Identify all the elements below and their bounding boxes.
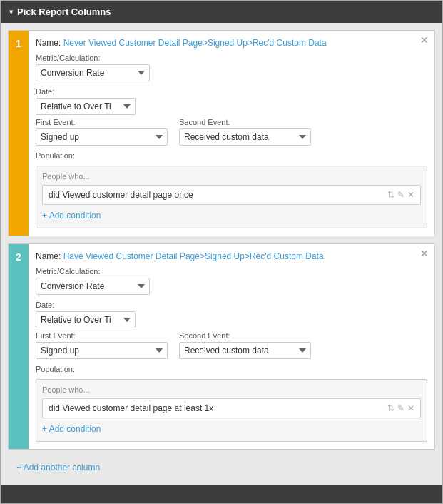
card-2-first-event-label: First Event:	[36, 331, 168, 340]
card-2-name-link[interactable]: Have Viewed Customer Detail Page>Signed …	[63, 251, 324, 261]
card-2-condition-actions: ⇅ ✎ ✕	[387, 403, 414, 413]
card-1-sidebar: 1	[9, 31, 29, 236]
card-1: 1 ✕ Name: Never Viewed Customer Detail P…	[8, 30, 435, 236]
card-1-delete-icon[interactable]: ✕	[407, 190, 414, 200]
card-2-population-label: Population:	[36, 365, 427, 373]
card-2-delete-icon[interactable]: ✕	[407, 403, 414, 413]
card-2-events-row: First Event: Signed up Second Event: Rec…	[36, 331, 427, 359]
panel: ▾ Pick Report Columns 1 ✕ Name: Never Vi…	[0, 0, 443, 504]
card-1-metric-label: Metric/Calculation:	[36, 54, 427, 62]
card-1-add-condition-button[interactable]: + Add condition	[42, 209, 421, 222]
card-2-condition-row: did Viewed customer detail page at least…	[42, 398, 421, 418]
card-1-population-box: People who... did Viewed customer detail…	[36, 166, 427, 228]
card-2-close-button[interactable]: ✕	[420, 248, 429, 258]
card-2-content: ✕ Name: Have Viewed Customer Detail Page…	[29, 244, 434, 449]
card-2-add-condition-button[interactable]: + Add condition	[42, 423, 421, 435]
card-2-second-event-label: Second Event:	[179, 331, 311, 340]
card-1-name-link[interactable]: Never Viewed Customer Detail Page>Signed…	[63, 38, 327, 48]
card-2-date-select[interactable]: Relative to Over Ti	[36, 311, 136, 328]
card-2-population-box: People who... did Viewed customer detail…	[36, 379, 427, 442]
panel-title: Pick Report Columns	[17, 6, 111, 17]
panel-header: ▾ Pick Report Columns	[1, 1, 442, 23]
add-column-button[interactable]: + Add another column	[8, 457, 435, 478]
card-2-edit-icon[interactable]: ✎	[397, 403, 404, 413]
card-1-first-event-col: First Event: Signed up	[36, 118, 168, 146]
card-1-first-event-select[interactable]: Signed up	[36, 128, 168, 146]
card-1-population-label: Population:	[36, 151, 427, 160]
card-1-condition-text: did Viewed customer detail page once	[49, 190, 387, 200]
card-1-events-row: First Event: Signed up Second Event: Rec…	[36, 118, 427, 146]
card-1-condition-row: did Viewed customer detail page once ⇅ ✎…	[42, 185, 421, 205]
card-1-second-event-label: Second Event:	[179, 118, 311, 126]
card-2-second-event-col: Second Event: Received custom data	[179, 331, 311, 359]
panel-chevron-icon[interactable]: ▾	[9, 8, 13, 16]
card-1-content: ✕ Name: Never Viewed Customer Detail Pag…	[29, 31, 434, 236]
card-1-people-who: People who...	[42, 172, 421, 181]
card-2-people-who: People who...	[42, 385, 421, 394]
card-1-name-row: Name: Never Viewed Customer Detail Page>…	[36, 38, 427, 48]
card-1-metric-select[interactable]: Conversion Rate	[36, 64, 150, 81]
card-2-first-event-col: First Event: Signed up	[36, 331, 168, 359]
card-2-first-event-select[interactable]: Signed up	[36, 342, 168, 359]
card-1-reorder-icon[interactable]: ⇅	[387, 190, 394, 200]
card-1-close-button[interactable]: ✕	[420, 35, 429, 45]
card-1-date-select[interactable]: Relative to Over Ti	[36, 98, 136, 115]
panel-body: 1 ✕ Name: Never Viewed Customer Detail P…	[1, 23, 442, 485]
card-1-second-event-col: Second Event: Received custom data	[179, 118, 311, 146]
card-2-reorder-icon[interactable]: ⇅	[387, 403, 394, 413]
card-1-first-event-label: First Event:	[36, 118, 168, 126]
card-1-date-label: Date:	[36, 87, 427, 96]
card-2-second-event-select[interactable]: Received custom data	[179, 342, 311, 359]
card-2-metric-label: Metric/Calculation:	[36, 267, 427, 276]
card-1-second-event-select[interactable]: Received custom data	[179, 128, 311, 146]
card-2-condition-text: did Viewed customer detail page at least…	[49, 403, 387, 413]
card-2: 2 ✕ Name: Have Viewed Customer Detail Pa…	[8, 243, 435, 450]
card-2-date-label: Date:	[36, 301, 427, 309]
card-2-name-row: Name: Have Viewed Customer Detail Page>S…	[36, 251, 427, 261]
card-2-metric-select[interactable]: Conversion Rate	[36, 278, 150, 295]
card-2-sidebar: 2	[9, 244, 29, 449]
card-1-edit-icon[interactable]: ✎	[397, 190, 404, 200]
card-1-condition-actions: ⇅ ✎ ✕	[387, 190, 414, 200]
